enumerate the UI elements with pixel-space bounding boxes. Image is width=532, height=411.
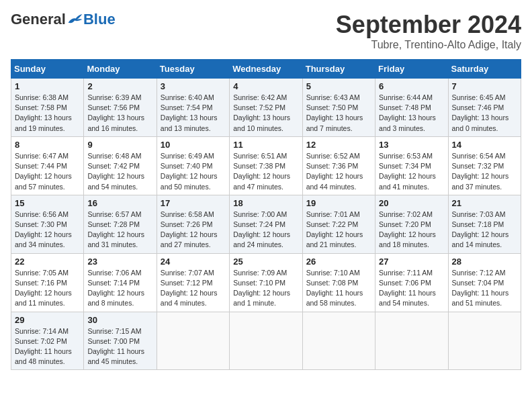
day-info: Sunrise: 7:02 AM Sunset: 7:20 PM Dayligh… (379, 210, 444, 250)
weekday-header-wednesday: Wednesday (230, 60, 302, 79)
day-number: 7 (452, 81, 517, 91)
weekday-header-saturday: Saturday (448, 60, 521, 79)
day-number: 29 (15, 315, 80, 325)
day-number: 3 (161, 81, 226, 91)
calendar-cell: 28 Sunrise: 7:12 AM Sunset: 7:04 PM Dayl… (448, 253, 521, 312)
day-info: Sunrise: 7:05 AM Sunset: 7:16 PM Dayligh… (15, 268, 80, 309)
calendar-cell (157, 312, 229, 370)
weekday-header-thursday: Thursday (302, 60, 375, 79)
day-number: 9 (87, 140, 152, 150)
day-number: 12 (306, 140, 371, 150)
calendar-cell (230, 312, 302, 370)
day-number: 23 (87, 257, 152, 267)
calendar-week-row: 8 Sunrise: 6:47 AM Sunset: 7:44 PM Dayli… (11, 136, 521, 195)
day-info: Sunrise: 6:38 AM Sunset: 7:58 PM Dayligh… (15, 93, 80, 134)
day-info: Sunrise: 6:53 AM Sunset: 7:34 PM Dayligh… (379, 151, 444, 192)
day-number: 28 (452, 257, 517, 267)
day-info: Sunrise: 7:07 AM Sunset: 7:12 PM Dayligh… (161, 268, 226, 309)
day-number: 6 (379, 81, 444, 91)
day-info: Sunrise: 7:03 AM Sunset: 7:18 PM Dayligh… (452, 210, 517, 250)
day-info: Sunrise: 6:48 AM Sunset: 7:42 PM Dayligh… (87, 151, 152, 192)
day-number: 1 (15, 81, 80, 91)
day-info: Sunrise: 6:54 AM Sunset: 7:32 PM Dayligh… (452, 151, 517, 192)
logo-bird-icon (67, 13, 83, 26)
day-number: 22 (15, 257, 80, 267)
day-number: 24 (161, 257, 226, 267)
calendar-cell: 21 Sunrise: 7:03 AM Sunset: 7:18 PM Dayl… (448, 195, 521, 253)
calendar-week-row: 15 Sunrise: 6:56 AM Sunset: 7:30 PM Dayl… (11, 195, 521, 253)
day-number: 19 (306, 198, 371, 208)
calendar-cell: 5 Sunrise: 6:43 AM Sunset: 7:50 PM Dayli… (302, 79, 375, 137)
logo: General Blue (11, 11, 116, 28)
day-info: Sunrise: 7:15 AM Sunset: 7:00 PM Dayligh… (87, 326, 152, 367)
day-info: Sunrise: 6:56 AM Sunset: 7:30 PM Dayligh… (15, 210, 80, 250)
day-number: 26 (306, 257, 371, 267)
day-number: 30 (87, 315, 152, 325)
day-info: Sunrise: 6:43 AM Sunset: 7:50 PM Dayligh… (306, 93, 371, 134)
calendar-cell: 12 Sunrise: 6:52 AM Sunset: 7:36 PM Dayl… (302, 136, 375, 195)
day-number: 21 (452, 198, 517, 208)
weekday-header-sunday: Sunday (11, 60, 84, 79)
location-title: Tubre, Trentino-Alto Adige, Italy (336, 39, 521, 51)
day-number: 4 (233, 81, 298, 91)
day-info: Sunrise: 7:10 AM Sunset: 7:08 PM Dayligh… (306, 268, 371, 309)
calendar-cell: 10 Sunrise: 6:49 AM Sunset: 7:40 PM Dayl… (157, 136, 229, 195)
day-info: Sunrise: 6:49 AM Sunset: 7:40 PM Dayligh… (161, 151, 226, 192)
weekday-header-friday: Friday (375, 60, 448, 79)
calendar-week-row: 22 Sunrise: 7:05 AM Sunset: 7:16 PM Dayl… (11, 253, 521, 312)
day-number: 2 (87, 81, 152, 91)
day-number: 15 (15, 198, 80, 208)
calendar-cell: 15 Sunrise: 6:56 AM Sunset: 7:30 PM Dayl… (11, 195, 84, 253)
day-number: 16 (87, 198, 152, 208)
logo-general-text: General (11, 11, 66, 28)
calendar-cell: 26 Sunrise: 7:10 AM Sunset: 7:08 PM Dayl… (302, 253, 375, 312)
day-info: Sunrise: 7:00 AM Sunset: 7:24 PM Dayligh… (233, 210, 298, 250)
calendar-cell: 7 Sunrise: 6:45 AM Sunset: 7:46 PM Dayli… (448, 79, 521, 137)
day-info: Sunrise: 6:40 AM Sunset: 7:54 PM Dayligh… (161, 93, 226, 134)
day-info: Sunrise: 7:06 AM Sunset: 7:14 PM Dayligh… (87, 268, 152, 309)
day-number: 14 (452, 140, 517, 150)
month-title: September 2024 (336, 11, 521, 39)
day-number: 10 (161, 140, 226, 150)
day-info: Sunrise: 6:42 AM Sunset: 7:52 PM Dayligh… (233, 93, 298, 134)
day-number: 17 (161, 198, 226, 208)
calendar-week-row: 29 Sunrise: 7:14 AM Sunset: 7:02 PM Dayl… (11, 312, 521, 370)
day-info: Sunrise: 6:39 AM Sunset: 7:56 PM Dayligh… (87, 93, 152, 134)
weekday-header-monday: Monday (84, 60, 157, 79)
calendar-cell: 14 Sunrise: 6:54 AM Sunset: 7:32 PM Dayl… (448, 136, 521, 195)
day-number: 18 (233, 198, 298, 208)
calendar-cell: 22 Sunrise: 7:05 AM Sunset: 7:16 PM Dayl… (11, 253, 84, 312)
calendar-cell: 20 Sunrise: 7:02 AM Sunset: 7:20 PM Dayl… (375, 195, 448, 253)
day-info: Sunrise: 7:11 AM Sunset: 7:06 PM Dayligh… (379, 268, 444, 309)
calendar-cell: 9 Sunrise: 6:48 AM Sunset: 7:42 PM Dayli… (84, 136, 157, 195)
calendar-table: SundayMondayTuesdayWednesdayThursdayFrid… (11, 59, 521, 370)
day-info: Sunrise: 7:14 AM Sunset: 7:02 PM Dayligh… (15, 326, 80, 367)
calendar-cell: 17 Sunrise: 6:58 AM Sunset: 7:26 PM Dayl… (157, 195, 229, 253)
calendar-cell: 6 Sunrise: 6:44 AM Sunset: 7:48 PM Dayli… (375, 79, 448, 137)
day-number: 11 (233, 140, 298, 150)
title-area: September 2024 Tubre, Trentino-Alto Adig… (336, 11, 521, 51)
calendar-cell: 24 Sunrise: 7:07 AM Sunset: 7:12 PM Dayl… (157, 253, 229, 312)
day-info: Sunrise: 6:47 AM Sunset: 7:44 PM Dayligh… (15, 151, 80, 192)
calendar-cell: 29 Sunrise: 7:14 AM Sunset: 7:02 PM Dayl… (11, 312, 84, 370)
header: General Blue September 2024 Tubre, Trent… (11, 11, 521, 51)
calendar-cell: 23 Sunrise: 7:06 AM Sunset: 7:14 PM Dayl… (84, 253, 157, 312)
day-info: Sunrise: 6:58 AM Sunset: 7:26 PM Dayligh… (161, 210, 226, 250)
calendar-cell: 2 Sunrise: 6:39 AM Sunset: 7:56 PM Dayli… (84, 79, 157, 137)
day-number: 25 (233, 257, 298, 267)
day-number: 27 (379, 257, 444, 267)
calendar-cell: 1 Sunrise: 6:38 AM Sunset: 7:58 PM Dayli… (11, 79, 84, 137)
calendar-cell: 13 Sunrise: 6:53 AM Sunset: 7:34 PM Dayl… (375, 136, 448, 195)
calendar-cell: 18 Sunrise: 7:00 AM Sunset: 7:24 PM Dayl… (230, 195, 302, 253)
day-number: 20 (379, 198, 444, 208)
calendar-cell: 25 Sunrise: 7:09 AM Sunset: 7:10 PM Dayl… (230, 253, 302, 312)
calendar-week-row: 1 Sunrise: 6:38 AM Sunset: 7:58 PM Dayli… (11, 79, 521, 137)
day-info: Sunrise: 6:57 AM Sunset: 7:28 PM Dayligh… (87, 210, 152, 250)
day-info: Sunrise: 6:45 AM Sunset: 7:46 PM Dayligh… (452, 93, 517, 134)
day-info: Sunrise: 7:01 AM Sunset: 7:22 PM Dayligh… (306, 210, 371, 250)
weekday-header-tuesday: Tuesday (157, 60, 229, 79)
day-info: Sunrise: 7:12 AM Sunset: 7:04 PM Dayligh… (452, 268, 517, 309)
calendar-cell: 3 Sunrise: 6:40 AM Sunset: 7:54 PM Dayli… (157, 79, 229, 137)
day-info: Sunrise: 6:52 AM Sunset: 7:36 PM Dayligh… (306, 151, 371, 192)
day-info: Sunrise: 6:44 AM Sunset: 7:48 PM Dayligh… (379, 93, 444, 134)
